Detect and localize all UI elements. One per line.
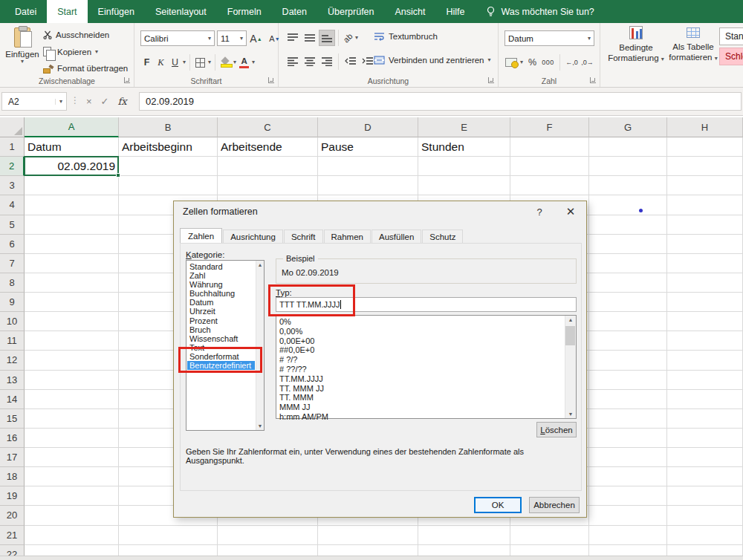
format-item[interactable]: ##0,0E+0 — [277, 345, 564, 355]
cell-style-standard[interactable]: Standard — [719, 27, 743, 45]
cell-H21[interactable] — [667, 526, 743, 545]
scroll-down-icon[interactable]: ▼ — [258, 422, 263, 430]
formula-input[interactable]: 02.09.2019 — [139, 92, 742, 111]
cell-A8[interactable] — [25, 273, 119, 293]
cell-A12[interactable] — [25, 351, 119, 370]
column-header-F[interactable]: F — [510, 117, 589, 137]
chevron-down-icon[interactable]: ▾ — [252, 59, 255, 65]
format-item[interactable]: MMM JJ — [277, 403, 564, 412]
cell-B1[interactable]: Arbeitsbeginn — [119, 137, 218, 157]
cell-B2[interactable] — [119, 157, 218, 176]
format-item[interactable]: TT. MMM JJ — [277, 384, 564, 394]
cell-A20[interactable] — [25, 506, 119, 525]
cancel-icon[interactable]: × — [86, 96, 92, 107]
cell-H8[interactable] — [667, 273, 743, 293]
cell-G3[interactable] — [589, 176, 667, 195]
dialog-close-icon[interactable]: ✕ — [559, 203, 582, 221]
cell-E3[interactable] — [418, 176, 510, 195]
accounting-format-button[interactable] — [504, 55, 517, 70]
ribbon-tab[interactable]: Datei — [4, 0, 47, 23]
cell-A3[interactable] — [25, 176, 119, 195]
cell-G15[interactable] — [589, 409, 667, 429]
format-item[interactable]: TT. MMM — [277, 393, 564, 403]
cell-H9[interactable] — [667, 293, 743, 312]
cell-A9[interactable] — [25, 293, 119, 312]
chevron-down-icon[interactable]: ▾ — [520, 59, 523, 65]
chevron-down-icon[interactable]: ▾ — [233, 59, 236, 65]
format-as-table-button[interactable]: Als Tabelle formatieren ▾ — [669, 26, 718, 63]
category-item[interactable]: Buchhaltung — [187, 289, 255, 298]
cell-F3[interactable] — [510, 176, 589, 195]
align-left-button[interactable] — [285, 53, 301, 70]
category-item[interactable]: Standard — [187, 262, 255, 271]
increase-decimal-button[interactable]: ←,0 — [565, 55, 578, 70]
cell-H2[interactable] — [667, 157, 743, 176]
dialog-tab[interactable]: Ausfüllen — [372, 229, 421, 244]
increase-font-button[interactable]: A▲ — [250, 31, 262, 46]
category-item[interactable]: Uhrzeit — [187, 307, 255, 316]
scroll-down-icon[interactable]: ▼ — [568, 410, 574, 418]
format-item[interactable]: h:mm AM/PM — [277, 412, 564, 422]
cell-A15[interactable] — [25, 409, 119, 429]
cell-G12[interactable] — [589, 351, 667, 370]
cell-E21[interactable] — [418, 526, 510, 545]
column-header-G[interactable]: G — [589, 117, 667, 137]
cell-D1[interactable]: Pause — [318, 137, 418, 157]
wrap-text-button[interactable]: Textumbruch — [374, 32, 438, 41]
increase-indent-button[interactable] — [359, 53, 375, 70]
dialog-help-icon[interactable]: ? — [528, 203, 551, 221]
cell-style-schlecht[interactable]: Schlecht — [719, 48, 743, 65]
cell-B3[interactable] — [119, 176, 218, 195]
cell-H13[interactable] — [667, 371, 743, 390]
dialog-tab[interactable]: Rahmen — [324, 229, 371, 244]
ribbon-tab[interactable]: Start — [47, 0, 87, 23]
cut-button[interactable]: Ausschneiden — [43, 30, 109, 39]
percent-style-button[interactable]: % — [526, 55, 539, 70]
number-dialog-launcher-icon[interactable] — [590, 77, 596, 83]
row-header-10[interactable]: 10 — [0, 312, 25, 331]
cell-C3[interactable] — [218, 176, 318, 195]
row-header-5[interactable]: 5 — [0, 215, 25, 235]
chevron-down-icon[interactable]: ▾ — [355, 35, 358, 41]
align-top-button[interactable] — [285, 30, 301, 46]
ribbon-tab[interactable]: Hilfe — [436, 0, 476, 23]
cell-G8[interactable] — [589, 273, 667, 293]
column-header-D[interactable]: D — [318, 117, 418, 137]
column-header-B[interactable]: B — [119, 117, 218, 137]
orientation-button[interactable]: ab — [342, 30, 354, 45]
cell-H10[interactable] — [667, 312, 743, 331]
fill-color-button[interactable] — [219, 55, 232, 70]
align-center-button[interactable] — [302, 53, 318, 70]
cell-A6[interactable] — [25, 235, 119, 254]
row-header-2[interactable]: 2 — [0, 157, 25, 176]
cell-G10[interactable] — [589, 312, 667, 331]
cell-H4[interactable] — [667, 195, 743, 215]
cell-H11[interactable] — [667, 331, 743, 351]
name-box[interactable]: A2 ▾ — [1, 92, 67, 111]
row-header-1[interactable]: 1 — [0, 137, 25, 157]
number-format-select[interactable]: Datum ▾ — [504, 30, 594, 46]
row-header-14[interactable]: 14 — [0, 390, 25, 409]
row-header-6[interactable]: 6 — [0, 235, 25, 254]
cell-H6[interactable] — [667, 235, 743, 254]
format-item[interactable]: 0,00% — [277, 327, 564, 336]
cell-H1[interactable] — [667, 137, 743, 157]
row-header-9[interactable]: 9 — [0, 293, 25, 312]
cell-A17[interactable] — [25, 448, 119, 467]
clipboard-dialog-launcher-icon[interactable] — [124, 77, 130, 83]
ribbon-tab[interactable]: Ansicht — [385, 0, 436, 23]
format-item[interactable]: # ?/? — [277, 355, 564, 365]
cell-G20[interactable] — [589, 506, 667, 525]
cell-H3[interactable] — [667, 176, 743, 195]
row-header-3[interactable]: 3 — [0, 176, 25, 195]
align-right-button[interactable] — [319, 53, 335, 70]
insert-function-icon[interactable]: fx — [118, 96, 127, 107]
borders-button[interactable] — [194, 55, 207, 70]
font-name-select[interactable]: Calibri ▾ — [140, 30, 215, 46]
dialog-tab[interactable]: Schutz — [422, 229, 463, 244]
cell-H18[interactable] — [667, 467, 743, 486]
cell-D2[interactable] — [318, 157, 418, 176]
cell-F2[interactable] — [510, 157, 589, 176]
cell-G19[interactable] — [589, 486, 667, 506]
cell-G4[interactable] — [589, 195, 667, 215]
